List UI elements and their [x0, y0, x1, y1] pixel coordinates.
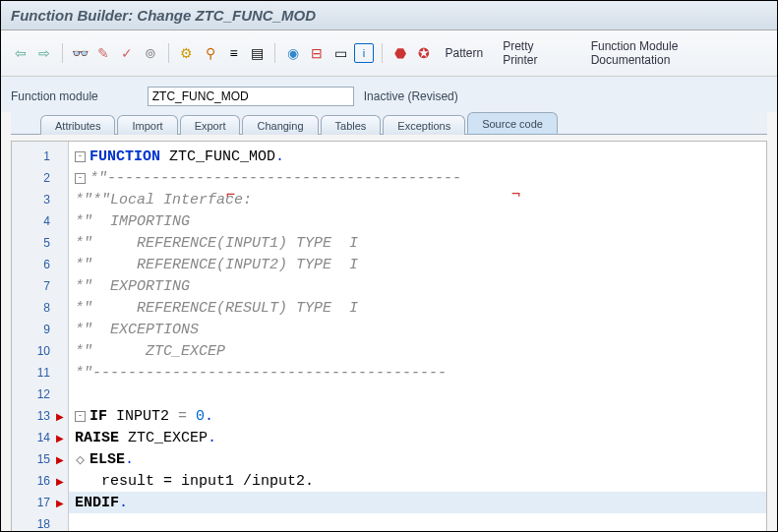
code-line: result = input1 /input2.: [69, 470, 766, 492]
separator: [274, 43, 275, 63]
tab-source-code[interactable]: Source code: [467, 112, 558, 134]
code-area[interactable]: -FUNCTION ZTC_FUNC_MOD. -*"-------------…: [69, 142, 766, 532]
code-editor[interactable]: 1 2 3 4 5 6 7 8 9 10 11 12 13▶ 14▶ 15▶ 1…: [11, 141, 767, 532]
nav-icon[interactable]: ▤: [248, 43, 268, 63]
gutter-line: 9: [12, 319, 68, 340]
status-text: Inactive (Revised): [364, 89, 458, 103]
change-marker-icon: ▶: [56, 498, 64, 508]
title-bar: Function Builder: Change ZTC_FUNC_MOD: [1, 1, 777, 30]
back-icon[interactable]: ⇦: [11, 43, 30, 63]
fold-icon[interactable]: -: [75, 411, 86, 422]
breakpoint-icon[interactable]: ◉: [283, 43, 303, 63]
tab-import[interactable]: Import: [117, 115, 177, 135]
check-icon[interactable]: ✓: [117, 43, 137, 63]
set-del-icon[interactable]: ⊟: [307, 43, 327, 63]
code-line: *"*"Local Interface:⌐¬: [69, 189, 766, 210]
code-line: [69, 513, 766, 532]
change-marker-icon: ▶: [56, 454, 64, 465]
module-docs-button[interactable]: Function Module Documentation: [583, 36, 767, 70]
separator: [382, 43, 383, 63]
other-object-icon[interactable]: ✎: [94, 43, 114, 63]
tab-exceptions[interactable]: Exceptions: [383, 115, 465, 135]
fold-icon[interactable]: -: [75, 151, 86, 162]
change-marker-icon: ▶: [56, 411, 64, 422]
gutter-line: 6: [12, 254, 68, 275]
separator: [168, 43, 169, 63]
function-module-label: Function module: [11, 89, 98, 103]
code-line: *"--------------------------------------…: [69, 362, 766, 384]
code-line: [69, 384, 766, 405]
tab-export[interactable]: Export: [180, 115, 241, 135]
code-line: *" REFERENCE(INPUT1) TYPE I: [69, 232, 766, 254]
tab-changing[interactable]: Changing: [242, 115, 318, 135]
where-used-icon[interactable]: ⚲: [201, 43, 220, 63]
toolbar: ⇦ ⇨ 👓 ✎ ✓ ⊚ ⚙ ⚲ ≡ ▤ ◉ ⊟ ▭ i ⬣ ✪ Pattern …: [1, 30, 777, 77]
tab-tables[interactable]: Tables: [321, 115, 382, 135]
info-icon[interactable]: i: [354, 43, 374, 63]
line-gutter: 1 2 3 4 5 6 7 8 9 10 11 12 13▶ 14▶ 15▶ 1…: [12, 142, 69, 532]
separator: [62, 43, 63, 63]
code-line: -FUNCTION ZTC_FUNC_MOD.: [69, 146, 766, 167]
gutter-line: 1: [12, 146, 68, 167]
display-toggle-icon[interactable]: 👓: [71, 43, 90, 63]
fold-icon[interactable]: -: [75, 173, 86, 184]
gutter-line: 7: [12, 275, 68, 297]
gutter-line: 8: [12, 297, 68, 319]
execute-icon[interactable]: ⚙: [177, 43, 197, 63]
code-line: ◇ELSE.: [69, 448, 766, 470]
stop-icon[interactable]: ⬣: [390, 43, 410, 63]
pretty-printer-button[interactable]: Pretty Printer: [495, 36, 578, 70]
gutter-line: 16▶: [12, 470, 68, 492]
block-marker-icon: ¬: [511, 186, 520, 204]
gutter-line: 3: [12, 189, 68, 210]
info-row: Function module Inactive (Revised): [1, 77, 777, 112]
code-line: ENDIF.: [69, 492, 766, 513]
gutter-line: 13▶: [12, 405, 68, 427]
display-list-icon[interactable]: ≡: [224, 43, 244, 63]
code-line: *" REFERENCE(INPUT2) TYPE I: [69, 254, 766, 275]
code-line: *" IMPORTING: [69, 210, 766, 232]
layout-icon[interactable]: ▭: [330, 43, 350, 63]
abap-help-icon[interactable]: ✪: [414, 43, 434, 63]
code-line: *" ZTC_EXCEP: [69, 340, 766, 362]
pattern-button[interactable]: Pattern: [437, 43, 491, 63]
code-line: *" REFERENCE(RESULT) TYPE I: [69, 297, 766, 319]
gutter-line: 15▶: [12, 448, 68, 470]
tab-attributes[interactable]: Attributes: [40, 115, 115, 135]
function-module-input[interactable]: [148, 87, 354, 106]
change-marker-icon: ▶: [56, 433, 64, 443]
gutter-line: 12: [12, 384, 68, 405]
gutter-line: 2: [12, 167, 68, 189]
gutter-line: 4: [12, 210, 68, 232]
change-marker-icon: ▶: [56, 476, 64, 487]
gutter-line: 10: [12, 340, 68, 362]
gutter-line: 11: [12, 362, 68, 384]
gutter-line: 17▶: [12, 492, 68, 513]
activate-icon[interactable]: ⊚: [141, 43, 160, 63]
code-line: RAISE ZTC_EXCEP.: [69, 427, 766, 448]
code-line: -*"-------------------------------------…: [69, 167, 766, 189]
forward-icon[interactable]: ⇨: [34, 43, 54, 63]
tabstrip: Attributes Import Export Changing Tables…: [11, 112, 767, 135]
page-title: Function Builder: Change ZTC_FUNC_MOD: [11, 7, 767, 24]
code-line: *" EXCEPTIONS: [69, 319, 766, 340]
block-marker-icon: ⌐: [226, 186, 235, 204]
code-line: *" EXPORTING: [69, 275, 766, 297]
gutter-line: 18: [12, 513, 68, 532]
code-line: -IF INPUT2 = 0.: [69, 405, 766, 427]
gutter-line: 14▶: [12, 427, 68, 448]
gutter-line: 5: [12, 232, 68, 254]
